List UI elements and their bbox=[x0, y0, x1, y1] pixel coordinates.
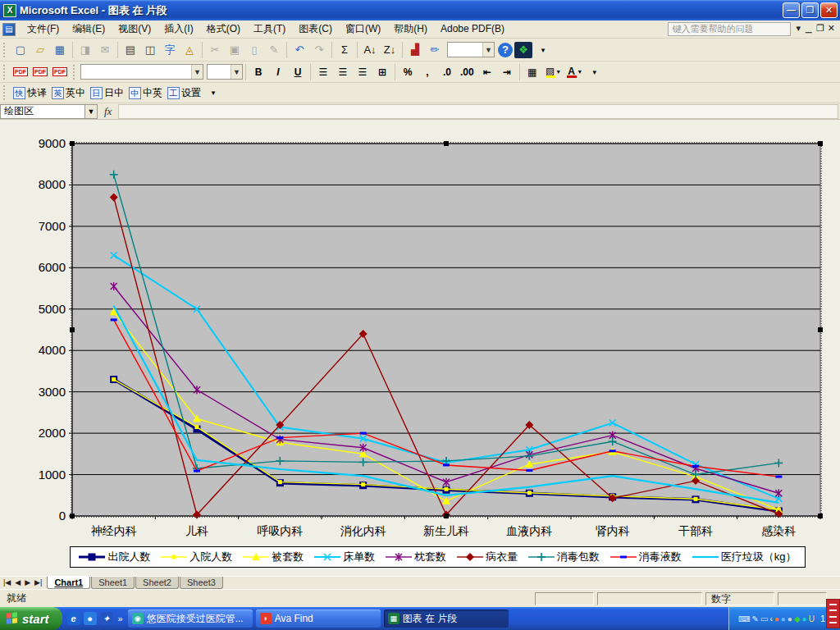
menu-视图(V)[interactable]: 视图(V) bbox=[112, 21, 158, 37]
menu-Adobe PDF(B)[interactable]: Adobe PDF(B) bbox=[434, 21, 511, 37]
align-left-button[interactable]: ☰ bbox=[314, 63, 332, 81]
toolbar-options-button[interactable]: ▾ bbox=[204, 84, 222, 102]
decrease-indent-button[interactable]: ⇤ bbox=[478, 63, 496, 81]
align-right-button[interactable]: ☰ bbox=[354, 63, 372, 81]
tab-Sheet2[interactable]: Sheet2 bbox=[135, 577, 179, 589]
doc-restore-button[interactable]: ❐ bbox=[816, 23, 824, 35]
sync-tray-icon[interactable]: ◆ bbox=[794, 614, 801, 623]
menu-编辑(E)[interactable]: 编辑(E) bbox=[66, 21, 112, 37]
merge-center-button[interactable]: ⊞ bbox=[373, 63, 391, 81]
fill-color-button[interactable]: ▨ ▾ bbox=[543, 63, 563, 81]
close-button[interactable]: ✕ bbox=[820, 2, 838, 18]
chart-legend[interactable]: 出院人数入院人数被套数床单数枕套数病衣量消毒包数消毒液数医疗垃圾（kg） bbox=[70, 546, 806, 568]
menu-工具(T)[interactable]: 工具(T) bbox=[247, 21, 292, 37]
legend-item-出院人数[interactable]: 出院人数 bbox=[79, 550, 150, 564]
pdf-convert-email-button[interactable]: PDF bbox=[31, 64, 49, 80]
percent-button[interactable]: % bbox=[399, 63, 417, 81]
tab-Sheet1[interactable]: Sheet1 bbox=[91, 577, 135, 589]
pen-tray-icon[interactable]: ✎ bbox=[752, 614, 759, 623]
decrease-decimal-button[interactable]: .00 bbox=[458, 63, 477, 81]
legend-item-消毒包数[interactable]: 消毒包数 bbox=[528, 550, 600, 564]
borders-button[interactable]: ▦ bbox=[523, 63, 541, 81]
underline-button[interactable]: U bbox=[289, 63, 307, 81]
qq-tray-icon[interactable]: ● bbox=[802, 614, 807, 623]
browser-quicklaunch-icon[interactable]: ✦ bbox=[100, 612, 113, 625]
bold-button[interactable]: B bbox=[249, 63, 267, 81]
doc-close-button[interactable]: ✕ bbox=[828, 23, 835, 35]
toolbar-options-button[interactable]: ▾ bbox=[586, 63, 604, 81]
ie-quicklaunch-icon[interactable]: e bbox=[67, 612, 80, 625]
drawing-button[interactable]: ✏ bbox=[426, 41, 444, 59]
chart-sheet[interactable]: 0100020003000400050006000700080009000神经内… bbox=[0, 120, 840, 576]
sort-ascending-button[interactable]: A↓ bbox=[361, 41, 379, 59]
help-dropdown-icon[interactable]: ▾ bbox=[796, 23, 801, 35]
font-color-button[interactable]: A ▾ bbox=[564, 63, 584, 81]
restore-button[interactable]: ❐ bbox=[801, 2, 819, 18]
open-button[interactable]: ▱ bbox=[31, 41, 49, 59]
cn-en-button[interactable]: 中中英 bbox=[129, 86, 162, 100]
chevron-down-icon[interactable]: ▼ bbox=[231, 65, 242, 79]
menu-帮助(H)[interactable]: 帮助(H) bbox=[387, 21, 434, 37]
help-button[interactable]: ? bbox=[498, 43, 513, 57]
taskbar-task[interactable]: ▦图表 在 片段 bbox=[384, 609, 509, 628]
legend-item-被套数[interactable]: 被套数 bbox=[243, 550, 304, 564]
en-cn-button[interactable]: 英英中 bbox=[52, 86, 85, 100]
selection-handle[interactable] bbox=[444, 141, 449, 146]
menu-窗口(W)[interactable]: 窗口(W) bbox=[339, 21, 387, 37]
name-box-dropdown[interactable]: ▼ bbox=[85, 104, 98, 119]
chevron-down-icon[interactable]: ▼ bbox=[482, 43, 494, 57]
align-center-button[interactable]: ☰ bbox=[334, 63, 352, 81]
new-button[interactable]: ▢ bbox=[11, 41, 30, 59]
font-name-combo[interactable]: ▼ bbox=[80, 64, 203, 80]
pdf-batch-button[interactable]: PDF bbox=[51, 64, 69, 80]
toolbar-grip[interactable] bbox=[73, 65, 77, 80]
save-button[interactable]: ▦ bbox=[51, 41, 69, 59]
quick-translate-button[interactable]: 快快译 bbox=[13, 86, 47, 100]
selection-handle[interactable] bbox=[818, 327, 823, 332]
legend-item-消毒液数[interactable]: 消毒液数 bbox=[610, 550, 682, 564]
selection-handle[interactable] bbox=[444, 514, 449, 518]
menu-文件(F)[interactable]: 文件(F) bbox=[21, 21, 66, 37]
minimize-button[interactable]: — bbox=[783, 2, 800, 18]
chart-wizard-button[interactable]: ▟ bbox=[406, 41, 424, 59]
name-box[interactable]: 绘图区 bbox=[0, 104, 85, 119]
undo-button[interactable]: ↶ bbox=[290, 41, 308, 59]
menu-图表(C)[interactable]: 图表(C) bbox=[292, 21, 339, 37]
menu-插入(I)[interactable]: 插入(I) bbox=[158, 21, 199, 37]
selection-handle[interactable] bbox=[70, 514, 75, 518]
italic-button[interactable]: I bbox=[269, 63, 287, 81]
print-preview-button[interactable]: ◫ bbox=[141, 41, 159, 59]
plugin-button[interactable]: ❖ bbox=[514, 42, 532, 58]
legend-item-枕套数[interactable]: 枕套数 bbox=[386, 550, 446, 564]
toolbar-grip[interactable] bbox=[3, 43, 7, 57]
legend-item-入院人数[interactable]: 入院人数 bbox=[161, 550, 232, 564]
zoom-combo[interactable]: ▼ bbox=[447, 42, 495, 57]
tab-scroll-button[interactable]: |◀ bbox=[2, 578, 12, 587]
formula-input[interactable] bbox=[118, 104, 838, 119]
tab-Chart1[interactable]: Chart1 bbox=[47, 577, 90, 589]
print-button[interactable]: ▤ bbox=[121, 41, 139, 59]
updater-tray-icon[interactable]: ● bbox=[781, 614, 786, 623]
bitcomet-tray-icon[interactable]: U bbox=[809, 614, 815, 623]
doc-minimize-button[interactable]: ＿ bbox=[804, 23, 813, 35]
increase-decimal-button[interactable]: .0 bbox=[438, 63, 456, 81]
selection-handle[interactable] bbox=[818, 141, 823, 146]
selection-handle[interactable] bbox=[70, 141, 75, 146]
tab-Sheet3[interactable]: Sheet3 bbox=[180, 577, 223, 589]
tab-scroll-button[interactable]: ▶ bbox=[23, 578, 32, 587]
chevron-down-icon[interactable]: ▼ bbox=[191, 65, 203, 79]
tab-scroll-button[interactable]: ▶| bbox=[33, 578, 43, 587]
jp-cn-button[interactable]: 日日中 bbox=[90, 86, 124, 100]
quick-launch-overflow[interactable]: » bbox=[118, 614, 123, 623]
legend-item-病衣量[interactable]: 病衣量 bbox=[457, 550, 518, 564]
toolbar-grip[interactable] bbox=[3, 65, 7, 80]
line-chart[interactable]: 0100020003000400050006000700080009000神经内… bbox=[0, 120, 840, 576]
firefox-tray-icon[interactable]: ● bbox=[774, 614, 779, 623]
font-size-combo[interactable]: ▼ bbox=[207, 64, 243, 80]
start-button[interactable]: start bbox=[0, 607, 62, 630]
toolbar-options-button[interactable]: ▾ bbox=[534, 41, 552, 59]
pdf-convert-button[interactable]: PDF bbox=[11, 64, 30, 80]
input-box-tray-icon[interactable]: ▭ bbox=[760, 614, 768, 623]
comma-button[interactable]: , bbox=[418, 63, 436, 81]
sort-descending-button[interactable]: Z↓ bbox=[381, 41, 399, 59]
